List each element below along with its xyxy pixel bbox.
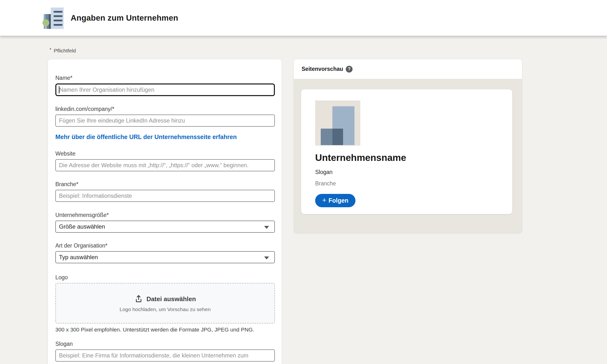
company-size-label: Unternehmensgröße* bbox=[55, 212, 275, 218]
page-preview-panel: Seitenvorschau ? Unternehmensname Slogan… bbox=[294, 59, 522, 233]
website-input[interactable] bbox=[55, 159, 275, 171]
industry-label: Branche* bbox=[55, 181, 275, 188]
company-size-value: Größe auswählen bbox=[59, 223, 105, 230]
upload-icon bbox=[134, 294, 143, 304]
org-type-select[interactable]: Typ auswählen bbox=[55, 251, 275, 263]
website-label: Website bbox=[55, 150, 275, 157]
public-url-learn-more-link[interactable]: Mehr über die öffentliche URL der Untern… bbox=[55, 133, 237, 141]
placeholder-bar-dark bbox=[332, 129, 343, 145]
chevron-down-icon bbox=[264, 226, 269, 229]
logo-placeholder-image bbox=[315, 101, 360, 146]
company-name-input[interactable] bbox=[55, 83, 275, 96]
org-type-label: Art der Organisation* bbox=[55, 242, 275, 249]
preview-header: Seitenvorschau ? bbox=[294, 59, 522, 79]
preview-slogan: Slogan bbox=[315, 169, 512, 175]
plus-icon: + bbox=[322, 196, 326, 204]
preview-industry: Branche bbox=[315, 180, 512, 187]
preview-title: Seitenvorschau bbox=[302, 66, 343, 72]
text-caret bbox=[59, 86, 59, 93]
upload-hint: Logo hochladen, um Vorschau zu sehen bbox=[120, 307, 211, 312]
company-details-form: Name* linkedin.com/company/* Mehr über d… bbox=[48, 59, 282, 364]
industry-input[interactable] bbox=[55, 190, 275, 202]
chevron-down-icon bbox=[264, 257, 269, 260]
follow-button[interactable]: + Folgen bbox=[315, 194, 356, 207]
asterisk: * bbox=[50, 47, 51, 52]
logo-upload-dropzone[interactable]: Datei auswählen Logo hochladen, um Vorsc… bbox=[55, 283, 275, 324]
name-label: Name* bbox=[55, 75, 275, 81]
page-header: Angaben zum Unternehmen bbox=[0, 0, 607, 36]
linkedin-url-label: linkedin.com/company/* bbox=[55, 106, 275, 112]
company-building-icon bbox=[42, 7, 64, 30]
slogan-label: Slogan bbox=[55, 341, 275, 347]
choose-file-button[interactable]: Datei auswählen bbox=[146, 295, 196, 303]
company-size-select[interactable]: Größe auswählen bbox=[55, 221, 275, 233]
logo-help-text: 300 x 300 Pixel empfohlen. Unterstützt w… bbox=[55, 326, 271, 333]
help-question-icon[interactable]: ? bbox=[346, 66, 353, 73]
org-type-value: Typ auswählen bbox=[59, 254, 98, 261]
slogan-input[interactable] bbox=[55, 350, 275, 362]
placeholder-bar-slate bbox=[321, 129, 332, 145]
logo-label: Logo bbox=[55, 274, 275, 281]
follow-button-label: Folgen bbox=[329, 197, 348, 204]
preview-company-name: Unternehmensname bbox=[315, 152, 512, 163]
page-title: Angaben zum Unternehmen bbox=[71, 13, 178, 23]
required-field-note: *Pflichtfeld bbox=[50, 47, 76, 54]
linkedin-url-input[interactable] bbox=[55, 115, 275, 127]
company-preview-card: Unternehmensname Slogan Branche + Folgen bbox=[301, 89, 512, 214]
